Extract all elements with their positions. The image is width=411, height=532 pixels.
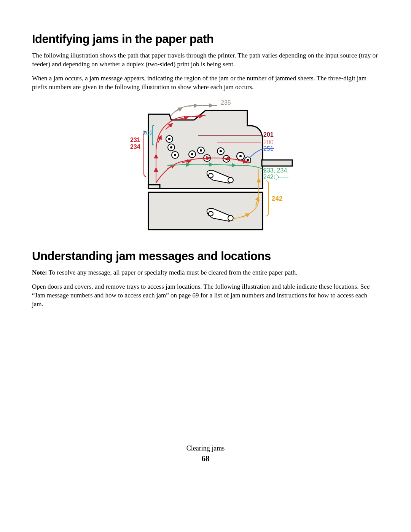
svg-rect-1	[148, 192, 263, 230]
svg-point-5	[170, 147, 172, 148]
para-identifying-1: The following illustration shows the pat…	[32, 51, 379, 69]
jam-label-202: 202	[143, 130, 153, 136]
svg-point-15	[220, 150, 221, 152]
note-label: Note:	[32, 269, 47, 276]
jam-label-235: 235	[221, 99, 231, 106]
footer-chapter: Clearing jams	[0, 444, 411, 452]
svg-point-11	[200, 150, 202, 151]
svg-line-44	[225, 165, 234, 165]
svg-line-42	[179, 165, 188, 165]
note-text: To resolve any message, all paper or spe…	[47, 269, 298, 276]
para-understanding-2: Open doors and covers, and remove trays …	[32, 283, 379, 309]
jam-label-242: 242	[272, 195, 282, 202]
svg-point-23	[228, 177, 233, 183]
page-footer: Clearing jams 68	[0, 444, 411, 463]
heading-understanding-jams: Understanding jam messages and locations	[32, 249, 379, 263]
svg-point-24	[209, 211, 213, 216]
svg-line-37	[175, 109, 181, 112]
footer-page-number: 68	[0, 454, 411, 463]
jam-label-251: 251	[263, 145, 274, 152]
jam-label-201: 201	[263, 131, 274, 138]
jam-label-242-top: 242	[263, 174, 274, 180]
para-identifying-2: When a jam occurs, a jam message appears…	[32, 74, 379, 92]
svg-line-43	[202, 164, 211, 165]
svg-point-21	[247, 159, 249, 161]
jam-label-233-234: 233, 234,	[263, 167, 289, 174]
jam-label-231: 231	[130, 137, 140, 143]
para-understanding-note: Note: To resolve any message, all paper …	[32, 268, 379, 277]
svg-rect-0	[262, 160, 292, 166]
svg-point-3	[169, 138, 170, 140]
svg-point-25	[228, 216, 233, 221]
svg-point-22	[209, 173, 213, 178]
jam-label-234: 234	[130, 144, 140, 150]
jam-label-200: 200	[263, 139, 274, 145]
svg-point-19	[240, 155, 241, 157]
heading-identifying-jams: Identifying jams in the paper path	[32, 32, 379, 46]
svg-point-9	[191, 153, 193, 155]
svg-point-7	[174, 154, 176, 156]
paper-path-diagram: 235 202 231 234 201 200 251 233, 234, 24…	[32, 97, 379, 238]
svg-line-30	[179, 118, 186, 119]
